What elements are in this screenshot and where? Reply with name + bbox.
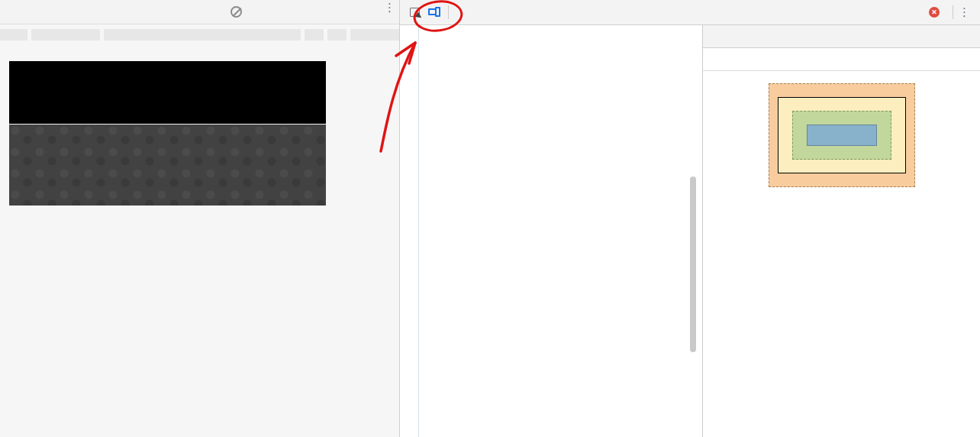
zoom-select[interactable] [203,6,206,18]
device-emulation-pane: ⋮ [0,0,399,437]
device-toolbar-toggle-icon[interactable] [424,3,444,21]
indent-guide [418,25,419,437]
device-toolbar: ⋮ [0,0,399,24]
scrollbar[interactable] [689,27,697,435]
scrollbar-thumb[interactable] [690,176,696,352]
elements-tree-pane [400,25,702,437]
divider [953,5,953,19]
device-toolbar-menu-icon[interactable]: ⋮ [384,5,388,10]
box-model-diagram[interactable] [703,71,980,187]
inspect-element-icon[interactable] [405,3,424,21]
page-top-strip [0,29,399,40]
devtools-tabbar: ✕ ⋮ [400,0,980,25]
styles-filter-row [703,48,980,71]
styles-sidebar [702,25,980,437]
game-canvas-banner [9,61,326,124]
console-error-badge[interactable]: ✕ [924,7,947,18]
devtools-menu-icon[interactable]: ⋮ [959,10,963,15]
screenshot-root: ⋮ ✕ [0,0,980,437]
box-model-padding [792,111,891,160]
box-model-margin [769,83,915,187]
network-throttle-select[interactable] [217,6,220,18]
device-select[interactable] [157,6,160,18]
rotate-viewport-icon[interactable] [230,6,242,18]
box-model-border [778,97,906,173]
styles-tabbar [703,25,980,48]
devtools-panel: ✕ ⋮ [399,0,980,437]
divider [448,5,449,19]
box-model-content [807,125,877,146]
game-map-canvas[interactable] [9,207,327,437]
error-icon: ✕ [929,7,940,18]
game-status-panel [9,125,326,206]
